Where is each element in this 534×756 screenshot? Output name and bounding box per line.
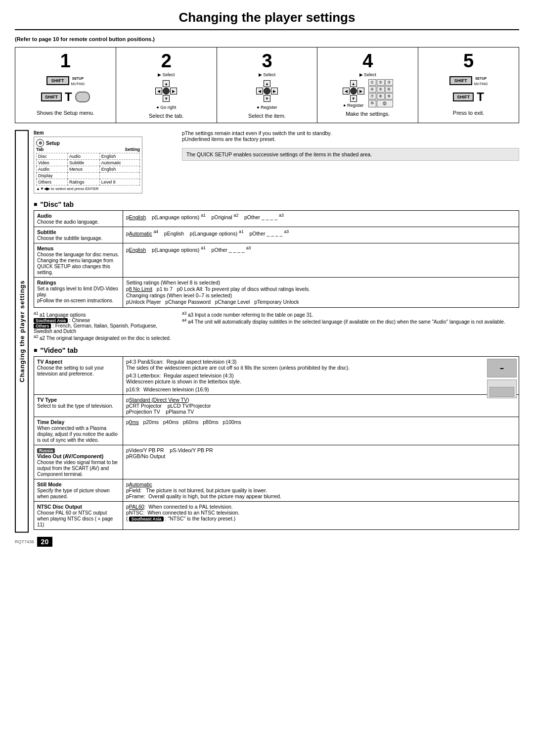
table-row: TV Type Select to suit the type of telev… xyxy=(34,394,519,417)
right-btn-3: ▶ xyxy=(271,88,278,94)
step-5: 5 SHIFT SETUP MUTING SHIFT T Press to ex… xyxy=(418,47,519,123)
audio-setting: Audio xyxy=(68,153,100,160)
tv-type-line3: pProjection TV pPlasma TV xyxy=(126,409,516,415)
tab-label: Tab xyxy=(36,147,44,152)
setup-title: ⚙ Setup xyxy=(36,139,140,147)
still-mode-label-cell: Still Mode Specify the type of picture s… xyxy=(34,479,123,501)
step-3-num: 3 xyxy=(221,51,313,70)
ratings-setting: Ratings xyxy=(68,179,100,186)
video-out-desc: Choose the video signal format to be out… xyxy=(37,460,118,477)
video-settings-table: TV Aspect Choose the setting to suit you… xyxy=(34,356,519,530)
step-4-desc: Make the settings. xyxy=(321,111,414,117)
table-row: Ratings Set a ratings level to limit DVD… xyxy=(34,278,519,308)
footnote-left: a1 a1 Language options Southeast Asia : … xyxy=(34,311,172,341)
info-row: Item ⚙ Setup Tab Setting Disc xyxy=(34,130,519,195)
number-grid: ①②③ ④⑤⑥ ⑦⑧⑨ ⑩⑫ xyxy=(368,79,393,107)
audio-tab: Audio xyxy=(37,166,68,173)
table-row: Russia Video Out (AV/Component) Choose t… xyxy=(34,445,519,479)
disc-tab-header: "Disc" tab xyxy=(34,200,519,208)
disc-tab: Disc xyxy=(37,153,68,160)
step-1-diagram: SHIFT SETUP MUTING SHIFT T xyxy=(19,72,112,107)
still-mode-line3: pFrame: Overall quality is high, but the… xyxy=(126,493,516,499)
fn-a1-sea: Southeast Asia : Chinese xyxy=(34,318,172,323)
left-btn-3: ◀ xyxy=(256,88,263,94)
refer-note: (Refer to page 10 for remote control but… xyxy=(15,36,519,42)
setup-table: Disc Audio English Video Subtitle Automa… xyxy=(36,153,140,186)
right-btn: ▶ xyxy=(170,88,177,94)
table-row: Video Subtitle Automatic xyxy=(37,160,140,166)
tv-aspect-line4: Widescreen picture is shown in the lette… xyxy=(126,378,516,384)
down-btn: ▼ xyxy=(163,95,170,102)
table-row: Display xyxy=(37,173,140,179)
tv-aspect-line1: p4:3 Pan&Scan: Regular aspect television… xyxy=(126,359,516,365)
item-label: Item xyxy=(34,130,44,136)
table-row: Subtitle Choose the subtitle language. p… xyxy=(34,227,519,243)
still-mode-desc: Specify the type of picture shown when p… xyxy=(37,488,110,499)
step-5-desc: Press to exit. xyxy=(422,110,515,116)
tv-thumbnail-2 xyxy=(487,379,517,398)
tv-aspect-label-cell: TV Aspect Choose the setting to suit you… xyxy=(34,356,123,394)
left-btn-4: ◀ xyxy=(343,88,350,94)
right-btn-4: ▶ xyxy=(357,88,364,94)
ratings-label: Ratings xyxy=(37,280,56,285)
diagram-nav-hint: ▲▼◀▶ to select and press ENTER xyxy=(36,187,140,191)
audio-desc: Choose the audio language. xyxy=(37,219,99,225)
video-out-line2: pRGB/No Output xyxy=(126,453,516,459)
video-tab-title: "Video" tab xyxy=(40,346,78,354)
step-2-num: 2 xyxy=(120,51,213,70)
table-row: Disc Audio English xyxy=(37,153,140,160)
subtitle-label-cell: Subtitle Choose the subtitle language. xyxy=(34,227,123,243)
others-badge: Others xyxy=(34,324,51,329)
southeast-asia-badge-2: Southeast Asia xyxy=(129,517,163,521)
table-row: Still Mode Specify the type of picture s… xyxy=(34,479,519,501)
menus-desc: Choose the language for disc menus. Chan… xyxy=(37,252,119,275)
ntsc-line2: pNTSC: When connected to an NTSC televis… xyxy=(126,510,516,516)
disc-tab-title: "Disc" tab xyxy=(40,200,74,208)
shift-button-5-icon: SHIFT xyxy=(449,76,472,85)
step-1-desc: Shows the Setup menu. xyxy=(19,110,112,116)
fn-a3: a3 a3 Input a code number referring to t… xyxy=(182,311,519,318)
audio-english: English xyxy=(129,214,146,220)
tv-type-desc: Select to suit the type of television. xyxy=(37,403,113,409)
fn-a1-title: a1 a1 Language options xyxy=(34,311,172,318)
display-tab: Display xyxy=(37,173,68,179)
automatic-value: Automatic xyxy=(99,160,139,166)
step-4-num: 4 xyxy=(321,51,414,70)
ntsc-desc: Choose PAL 60 or NTSC output when playin… xyxy=(37,510,113,527)
table-row: Audio Menus English xyxy=(37,166,140,173)
tv-aspect-label: TV Aspect xyxy=(37,359,62,365)
tv-type-label-cell: TV Type Select to suit the type of telev… xyxy=(34,394,123,417)
setup-diagram: ⚙ Setup Tab Setting Disc Audio English xyxy=(34,137,142,193)
disc-settings-table: Audio Choose the audio language. pEnglis… xyxy=(34,210,519,308)
tv-thumbnail-1: ▬ xyxy=(487,359,517,378)
level8-value: Level 8 xyxy=(99,179,139,186)
audio-label: Audio xyxy=(37,213,52,219)
subtitle-setting: Subtitle xyxy=(68,160,100,166)
t-letter-5-icon: T xyxy=(477,90,484,104)
model-number: RQT7436 xyxy=(15,539,34,544)
step-5-num: 5 xyxy=(422,51,515,70)
down-btn-3: ▼ xyxy=(264,95,270,102)
table-row: Others Ratings Level 8 xyxy=(37,179,140,186)
time-delay-line1: p0ms p20ms p40ms p60ms p80ms p100ms xyxy=(126,419,516,425)
setup-diagram-area: Item ⚙ Setup Tab Setting Disc xyxy=(34,130,172,195)
video-out-options: pVideo/Y PB PR pS-Video/Y PB PR pRGB/No … xyxy=(123,445,519,479)
ratings-line4: pUnlock Player pChange Password pChange … xyxy=(126,299,516,305)
note-2: pUnderlined items are the factory preset… xyxy=(182,136,519,142)
table-row: Audio Choose the audio language. pEnglis… xyxy=(34,211,519,227)
setup-icon: ⚙ xyxy=(36,139,44,147)
tv-aspect-line5: p16:9: Widescreen television (16:9) xyxy=(126,386,516,392)
southeast-asia-badge: Southeast Asia xyxy=(34,318,68,323)
up-btn: ▲ xyxy=(163,80,170,87)
setting-label: Setting xyxy=(125,147,140,152)
video-out-label-cell: Russia Video Out (AV/Component) Choose t… xyxy=(34,445,123,479)
page-number: 20 xyxy=(37,537,53,547)
tv-type-label: TV Type xyxy=(37,397,57,403)
fn-a1-others: Others : French, German, Italian, Spanis… xyxy=(34,323,172,334)
step-4-diagram: ▶ Select ▲ ◀ ▶ ▼ ● Register ①②③ ④⑤⑥ ⑦⑧⑨ xyxy=(321,72,414,108)
video-tab: Video xyxy=(37,160,68,166)
russia-badge: Russia xyxy=(37,448,55,453)
time-delay-label-cell: Time Delay When connected with a Plasma … xyxy=(34,417,123,445)
fn-a1-sea-text: : Chinese xyxy=(69,318,90,323)
step-1: 1 SHIFT SETUP MUTING SHIFT T Shows the S… xyxy=(15,47,116,123)
